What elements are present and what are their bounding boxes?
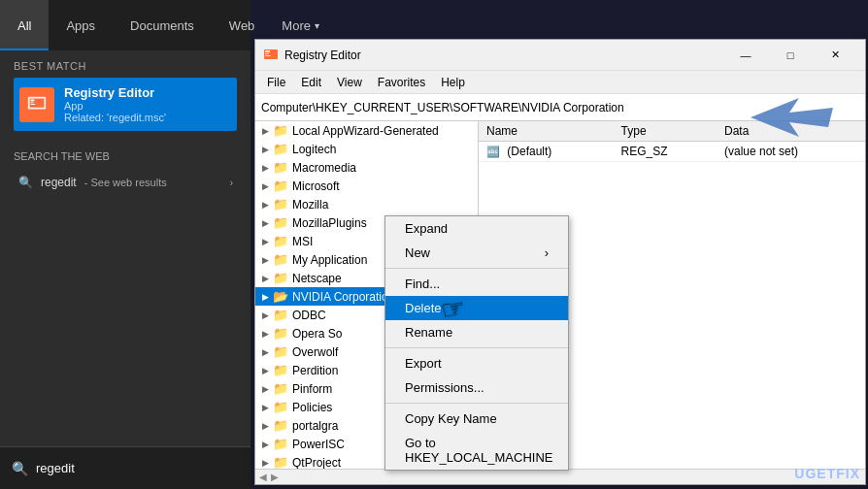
web-result-item[interactable]: 🔍 regedit - See web results › [14,170,237,195]
tree-item[interactable]: ▶ 📁 Logitech [255,140,478,158]
expand-arrow: ▶ [259,126,271,136]
ctx-separator [385,347,568,348]
tree-item[interactable]: ▶ 📁 Mozilla [255,195,478,213]
tree-item[interactable]: ▶ 📁 Local AppWizard-Generated [255,121,478,140]
arrow-annotation [741,93,838,145]
web-suffix: - See web results [84,177,167,188]
col-type: Type [614,121,717,142]
folder-icon-open: 📂 [273,289,288,304]
folder-icon: 📁 [273,179,288,193]
expand-arrow: ▶ [259,347,271,357]
app-info: Registry Editor App Related: 'regedit.ms… [64,85,231,123]
web-query: regedit [41,176,77,189]
search-panel: All Apps Documents Web More Best match R… [0,0,250,489]
folder-icon: 📁 [273,271,288,285]
ctx-copy-key[interactable]: Copy Key Name [385,407,568,431]
tree-label: Local AppWizard-Generated [292,124,439,138]
menu-view[interactable]: View [329,74,370,91]
minimize-button[interactable]: — [723,40,768,71]
ctx-delete[interactable]: Delete [385,296,568,320]
svg-rect-4 [31,104,36,105]
expand-arrow: ▶ [259,255,271,265]
ctx-rename[interactable]: Rename [385,320,568,344]
expand-arrow: ▶ [259,310,271,320]
folder-icon: 📁 [273,344,288,359]
folder-icon: 📁 [273,326,288,341]
tree-label: MozillaPlugins [292,216,367,230]
ctx-goto-hklm[interactable]: Go to HKEY_LOCAL_MACHINE [385,431,568,470]
expand-arrow: ▶ [259,218,271,228]
tab-all[interactable]: All [0,0,49,50]
submenu-arrow-icon: › [545,245,549,260]
scroll-left-btn[interactable]: ◀ [259,472,267,482]
expand-arrow: ▶ [259,440,271,449]
scrollbar-bottom[interactable]: ◀ ▶ [255,469,865,484]
folder-icon: 📁 [273,215,288,230]
tree-label: Overwolf [292,345,338,359]
app-name: Registry Editor [64,85,231,100]
expand-arrow: ▶ [259,403,271,412]
best-match-label: Best match [14,60,237,72]
expand-arrow: ▶ [259,421,271,431]
ctx-new[interactable]: New › [385,241,568,265]
search-web-section: Search the web 🔍 regedit - See web resul… [0,137,250,201]
svg-marker-9 [751,98,833,137]
folder-icon: 📁 [273,123,288,138]
expand-arrow: ▶ [259,145,271,154]
tree-label: ODBC [292,309,326,322]
cell-type: REG_SZ [614,142,717,162]
folder-icon: 📁 [273,234,288,248]
search-tabs-row: All Apps Documents Web More [0,0,250,50]
col-name: Name [479,121,614,142]
expand-arrow: ▶ [259,200,271,210]
search-web-label: Search the web [14,150,237,162]
ctx-permissions[interactable]: Permissions... [385,375,568,400]
folder-icon: 📁 [273,400,288,414]
menu-help[interactable]: Help [433,74,473,91]
ctx-export[interactable]: Export [385,351,568,375]
folder-icon: 📁 [273,437,288,451]
tree-label: Opera So [292,327,342,341]
ctx-expand[interactable]: Expand [385,216,568,241]
tree-label: Netscape [292,272,342,285]
folder-icon: 📁 [273,418,288,433]
tree-label: Microsoft [292,179,340,193]
close-button[interactable]: ✕ [813,40,857,71]
expand-arrow: ▶ [259,274,271,283]
search-input[interactable] [36,461,239,475]
search-bar: 🔍 [0,446,250,489]
menu-favorites[interactable]: Favorites [370,74,433,91]
svg-rect-3 [31,102,34,103]
tree-label: Pinform [292,382,332,396]
menu-file[interactable]: File [259,74,293,91]
tree-label: Perdition [292,364,338,377]
expand-arrow: ▶ [259,237,271,246]
scroll-right-btn[interactable]: ▶ [271,472,279,482]
best-match-section: Best match Registry Editor App Related: … [0,50,250,137]
tab-documents[interactable]: Documents [113,0,212,50]
tree-item[interactable]: ▶ 📁 Microsoft [255,177,478,195]
maximize-button[interactable]: □ [768,40,813,71]
folder-icon: 📁 [273,142,288,156]
menu-edit[interactable]: Edit [293,74,329,91]
svg-rect-6 [265,50,270,52]
tree-label: My Application [292,253,367,267]
folder-icon: 📁 [273,160,288,175]
ctx-find[interactable]: Find... [385,272,568,296]
folder-icon: 📁 [273,252,288,267]
svg-rect-7 [265,53,269,54]
tab-apps[interactable]: Apps [49,0,113,50]
folder-icon: 📁 [273,308,288,322]
svg-rect-2 [31,99,35,101]
tree-label: PowerISC [292,438,345,451]
folder-icon: 📁 [273,381,288,396]
title-text: Registry Editor [284,49,723,62]
tree-label: Policies [292,401,332,414]
expand-arrow: ▶ [259,384,271,394]
tree-label: Macromedia [292,161,356,175]
ugetfix-logo: UGETFIX [794,466,860,481]
tree-item[interactable]: ▶ 📁 Macromedia [255,158,478,177]
tree-label: portalgrа [292,419,338,433]
best-match-item[interactable]: Registry Editor App Related: 'regedit.ms… [14,78,237,131]
ctx-separator [385,268,568,269]
